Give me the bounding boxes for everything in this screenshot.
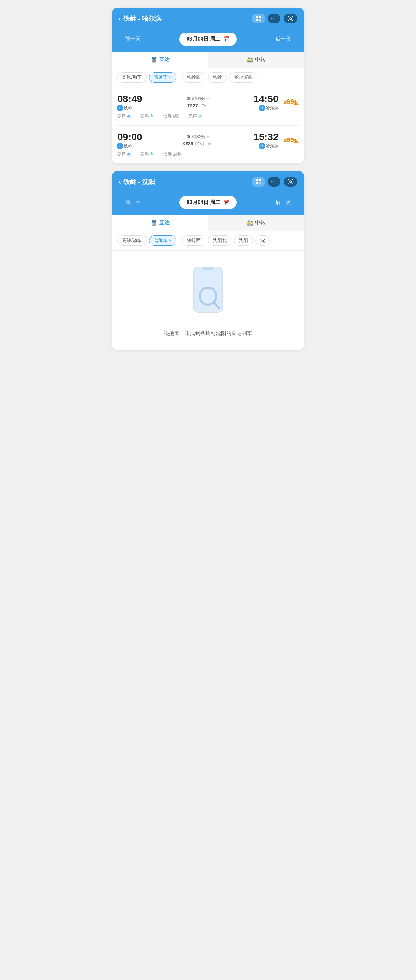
depart-time-1: 09:00 (117, 131, 142, 142)
next-day-1[interactable]: 后一天 (275, 36, 291, 43)
train-row-0[interactable]: 08:49 过 铁岭 06时01分 ▾ T227 EA (117, 88, 299, 126)
filter-shenyang-2[interactable]: 沈阳 (234, 235, 253, 246)
train-number-1: K939 (182, 141, 193, 146)
back-icon[interactable]: ‹ (119, 15, 121, 22)
empty-state-2: 很抱歉，未找到铁岭到沈阳的直达列车 (112, 251, 304, 350)
duration-arrow-0: ▾ (207, 97, 209, 101)
svg-rect-5 (259, 20, 260, 21)
filter-tielingxi-2[interactable]: 铁岭西 (182, 235, 205, 246)
depart-station-1: 铁岭 (124, 143, 132, 149)
seat-hardbed-0: 有 (150, 114, 154, 119)
svg-rect-12 (259, 183, 260, 184)
header-1: ‹ 铁岭 - 哈尔滨 ··· (112, 8, 304, 52)
filter-shenyangbei-2[interactable]: 沈阳北 (208, 235, 232, 246)
calendar-icon-2: 📅 (223, 199, 229, 205)
page-title-2: 铁岭 - 沈阳 (124, 178, 156, 186)
filter-bar-1: 高铁/动车 普通车 铁岭西 铁岭 哈尔滨西 (112, 68, 304, 88)
via-icon-0: 过 (117, 105, 122, 111)
svg-rect-4 (260, 19, 260, 20)
back-icon-2[interactable]: ‹ (119, 178, 121, 186)
seat-info-0: 硬座 有 硬卧 有 软卧 9张 无座 有 (117, 113, 299, 119)
svg-rect-1 (259, 16, 260, 18)
train-row-1[interactable]: 09:00 过 铁岭 06时32分 ▾ K939 EA 🍽 (117, 126, 299, 163)
seat-hardbed-1: 有 (150, 152, 154, 157)
price-0: ¥69起 (284, 98, 299, 106)
via-icon-1: 过 (117, 143, 122, 149)
svg-point-6 (290, 18, 292, 19)
depart-station-0: 铁岭 (124, 105, 132, 111)
filter-gaotie-2[interactable]: 高铁/动车 (117, 235, 146, 246)
header-2: ‹ 铁岭 - 沈阳 ··· (112, 171, 304, 215)
prev-day-1[interactable]: 前一天 (125, 36, 141, 43)
train-number-0: T227 (187, 103, 198, 108)
arrive-time-0: 14:50 (254, 93, 278, 104)
tab-bar-1: 🚆 直达 🚉 中转 (112, 52, 304, 68)
via-icon-arrive-0: 过 (259, 105, 265, 111)
svg-rect-15 (196, 272, 220, 307)
tab-transfer-2[interactable]: 🚉 中转 (208, 215, 304, 231)
arrive-time-1: 15:32 (254, 131, 278, 142)
seat-info-1: 硬座 有 硬卧 有 软卧 14张 (117, 151, 299, 158)
date-bar-1: 前一天 03月04日 周二 📅 后一天 (119, 28, 297, 52)
filter-gaotie-1[interactable]: 高铁/动车 (117, 72, 146, 83)
calendar-icon-1: 📅 (223, 36, 229, 42)
svg-point-13 (290, 181, 292, 183)
svg-rect-10 (259, 183, 260, 183)
svg-rect-11 (260, 183, 260, 183)
prev-day-2[interactable]: 前一天 (125, 199, 141, 206)
empty-message-2: 很抱歉，未找到铁岭到沈阳的直达列车 (119, 330, 297, 337)
duration-0: 06时01分 (187, 96, 206, 102)
filter-putong-2[interactable]: 普通车 (149, 235, 176, 246)
transfer-train-icon-2: 🚉 (247, 220, 253, 226)
train-search-section-2: ‹ 铁岭 - 沈阳 ··· (112, 171, 304, 350)
train-list-1: 08:49 过 铁岭 06时01分 ▾ T227 EA (112, 88, 304, 163)
svg-rect-8 (259, 180, 260, 181)
svg-rect-7 (256, 180, 257, 181)
duration-arrow-1: ▾ (207, 135, 209, 139)
filter-putong-1[interactable]: 普通车 (149, 72, 176, 83)
filter-tielingxi-1[interactable]: 铁岭西 (182, 72, 205, 83)
empty-illustration (182, 264, 234, 322)
seat-hardchair-0: 有 (127, 114, 131, 119)
filter-harbinxi-1[interactable]: 哈尔滨西 (229, 72, 257, 83)
date-bar-2: 前一天 03月04日 周二 📅 后一天 (119, 191, 297, 215)
train-search-section-1: ‹ 铁岭 - 哈尔滨 ··· (112, 8, 304, 163)
filter-divider-1 (179, 74, 179, 81)
seat-softbed-count-1: 14张 (173, 152, 182, 157)
filter-tieling-1[interactable]: 铁岭 (208, 72, 227, 83)
tab-direct-2[interactable]: 🚆 直达 (112, 215, 208, 231)
next-day-2[interactable]: 后一天 (275, 199, 291, 206)
arrive-station-0: 哈尔滨 (266, 105, 278, 111)
camera-button-2[interactable] (284, 177, 297, 187)
train-tag-ea-0: EA (200, 103, 208, 108)
more-button-2[interactable]: ··· (268, 177, 281, 187)
filter-shen-2[interactable]: 沈 (256, 235, 270, 246)
direct-train-icon-1: 🚆 (151, 57, 157, 63)
qr-button-2[interactable] (252, 177, 265, 187)
tab-transfer-1[interactable]: 🚉 中转 (208, 52, 304, 68)
train-tag-food-1: 🍽 (206, 141, 213, 146)
camera-button-1[interactable] (284, 14, 297, 24)
duration-1: 06时32分 (187, 134, 206, 140)
arrive-station-1: 哈尔滨 (266, 143, 278, 149)
transfer-train-icon-1: 🚉 (247, 57, 253, 63)
svg-rect-0 (256, 16, 257, 18)
direct-train-icon-2: 🚆 (151, 220, 157, 226)
seat-softbed-count-0: 9张 (173, 114, 179, 119)
qr-button-1[interactable] (252, 14, 265, 24)
svg-rect-3 (259, 19, 260, 20)
via-icon-arrive-1: 过 (259, 143, 265, 149)
svg-rect-2 (256, 19, 257, 21)
tab-direct-1[interactable]: 🚆 直达 (112, 52, 208, 68)
seat-hardchair-1: 有 (127, 152, 131, 157)
date-picker-2[interactable]: 03月04日 周二 📅 (179, 196, 237, 209)
seat-noseat-0: 有 (198, 114, 202, 119)
price-1: ¥69起 (284, 136, 299, 144)
tab-bar-2: 🚆 直达 🚉 中转 (112, 215, 304, 231)
svg-rect-9 (256, 182, 257, 184)
depart-time-0: 08:49 (117, 93, 142, 104)
more-button-1[interactable]: ··· (268, 14, 281, 24)
train-tag-ea-1: EA (195, 141, 204, 146)
date-picker-1[interactable]: 03月04日 周二 📅 (179, 32, 237, 46)
filter-bar-2: 高铁/动车 普通车 铁岭西 沈阳北 沈阳 沈 (112, 231, 304, 251)
